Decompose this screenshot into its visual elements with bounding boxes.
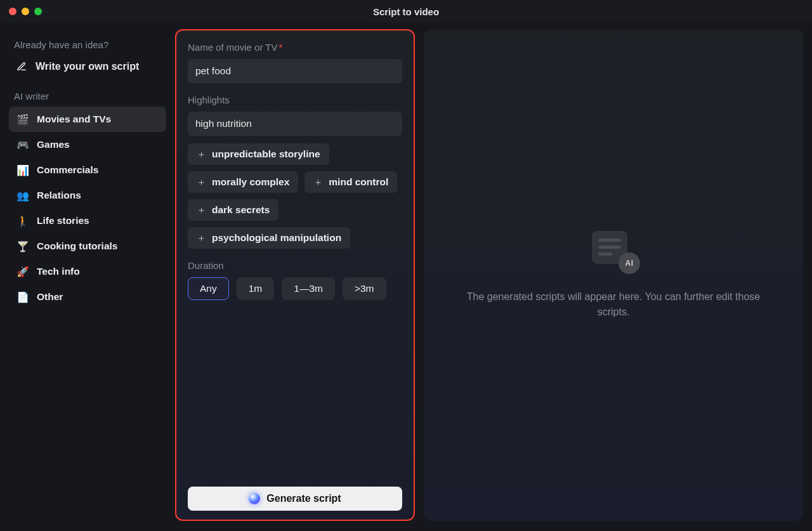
generate-script-button[interactable]: Generate script: [188, 487, 402, 511]
sidebar-item-label: Relations: [37, 190, 81, 201]
zoom-window-button[interactable]: [34, 8, 42, 15]
window-controls: [0, 8, 42, 15]
window-title: Script to video: [0, 6, 812, 17]
sidebar-item-label: Other: [37, 291, 63, 303]
sidebar-item-label: Cooking tutorials: [37, 240, 117, 252]
suggestion-chip-label: dark secrets: [212, 204, 270, 216]
sidebar-item-commercials[interactable]: 📊Commercials: [9, 157, 166, 183]
write-own-script-label: Write your own script: [36, 61, 139, 72]
sidebar-item-cooking-tutorials[interactable]: 🍸Cooking tutorials: [9, 233, 166, 259]
titlebar: Script to video: [0, 0, 812, 23]
sidebar-item-label: Movies and TVs: [37, 114, 111, 125]
chart-icon: 📊: [16, 164, 29, 176]
person-walk-icon: 🚶: [16, 214, 29, 227]
duration-option[interactable]: Any: [188, 277, 229, 300]
suggestion-chip-label: psychological manipulation: [212, 232, 341, 244]
people-icon: 👥: [16, 189, 29, 202]
sidebar: Already have an idea? Write your own scr…: [9, 29, 166, 521]
ai-badge-icon: AI: [619, 252, 640, 274]
plus-icon: ＋: [313, 178, 322, 187]
required-asterisk: *: [278, 42, 282, 53]
content-area: Already have an idea? Write your own scr…: [0, 23, 812, 531]
minimize-window-button[interactable]: [22, 8, 29, 15]
generate-script-label: Generate script: [266, 493, 341, 504]
suggestion-chip-label: unpredictable storyline: [212, 148, 320, 160]
empty-state: AI The generated scripts will appear her…: [455, 231, 772, 320]
suggestion-chip[interactable]: ＋dark secrets: [188, 199, 278, 221]
note-icon: 📄: [16, 291, 29, 303]
pencil-icon: [15, 60, 28, 73]
suggestion-chip[interactable]: ＋psychological manipulation: [188, 227, 350, 249]
sidebar-item-tech-info[interactable]: 🚀Tech info: [9, 259, 166, 284]
duration-option-row: Any1m1—3m>3m: [188, 277, 402, 300]
clapper-icon: 🎬: [16, 113, 29, 126]
ai-orb-icon: [249, 493, 260, 504]
sidebar-item-games[interactable]: 🎮Games: [9, 132, 166, 157]
duration-field-label: Duration: [188, 260, 402, 271]
app-window: Script to video Already have an idea? Wr…: [0, 0, 812, 531]
suggestion-chip-label: mind control: [329, 176, 388, 188]
sidebar-item-label: Games: [37, 139, 70, 150]
ai-writer-section-label: AI writer: [9, 87, 166, 107]
sidebar-item-relations[interactable]: 👥Relations: [9, 183, 166, 208]
suggestion-chip[interactable]: ＋morally complex: [188, 171, 298, 193]
plus-icon: ＋: [197, 178, 206, 187]
cocktail-icon: 🍸: [16, 240, 29, 252]
script-form-panel: Name of movie or TV* Highlights ＋unpredi…: [175, 29, 415, 521]
plus-icon: ＋: [197, 233, 206, 242]
name-field-label: Name of movie or TV*: [188, 42, 402, 53]
close-window-button[interactable]: [9, 8, 16, 15]
plus-icon: ＋: [197, 206, 206, 214]
sidebar-item-label: Life stories: [37, 215, 89, 226]
empty-state-icon: AI: [588, 231, 639, 272]
highlights-field-label: Highlights: [188, 95, 402, 105]
sidebar-item-movies-and-tvs[interactable]: 🎬Movies and TVs: [9, 107, 166, 132]
suggestion-chip-label: morally complex: [212, 176, 289, 188]
sidebar-item-other[interactable]: 📄Other: [9, 284, 166, 310]
duration-option[interactable]: 1m: [237, 277, 275, 300]
suggestion-chip-list: ＋unpredictable storyline＋morally complex…: [188, 143, 402, 249]
plus-icon: ＋: [197, 150, 206, 159]
duration-option[interactable]: 1—3m: [282, 277, 335, 300]
suggestion-chip[interactable]: ＋mind control: [304, 171, 397, 193]
suggestion-chip[interactable]: ＋unpredictable storyline: [188, 143, 329, 165]
gamepad-icon: 🎮: [16, 138, 29, 151]
highlights-input[interactable]: [188, 112, 402, 136]
idea-section-label: Already have an idea?: [9, 36, 166, 55]
duration-option[interactable]: >3m: [343, 277, 386, 300]
sidebar-item-life-stories[interactable]: 🚶Life stories: [9, 208, 166, 233]
output-panel: AI The generated scripts will appear her…: [424, 29, 803, 521]
sidebar-item-label: Tech info: [37, 266, 80, 277]
empty-state-text: The generated scripts will appear here. …: [455, 289, 772, 320]
rocket-icon: 🚀: [16, 265, 29, 278]
movie-name-input[interactable]: [188, 59, 402, 83]
write-own-script-button[interactable]: Write your own script: [9, 55, 166, 78]
sidebar-item-label: Commercials: [37, 164, 98, 176]
